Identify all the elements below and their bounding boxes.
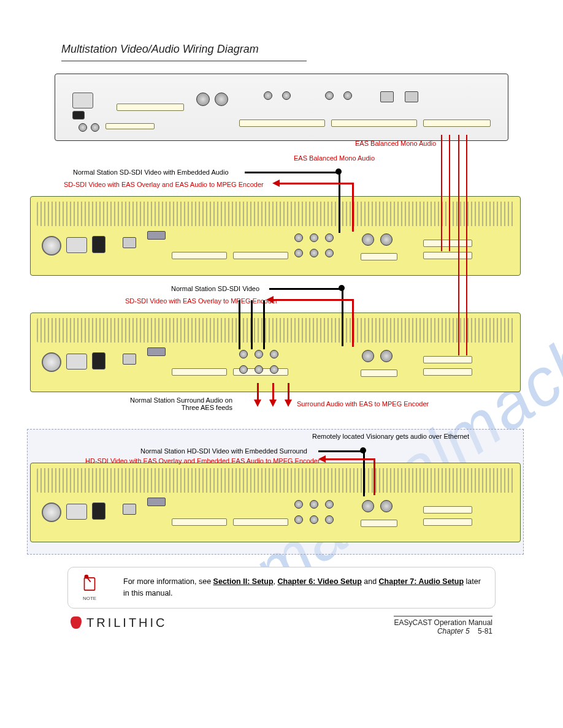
label-eas-mono-2: EAS Balanced Mono Audio xyxy=(294,154,375,162)
chapter-label: Chapter 5 xyxy=(437,627,470,635)
label-surround-eas: Surround Audio with EAS to MPEG Encoder xyxy=(297,400,429,408)
device-visionary-2 xyxy=(30,313,521,392)
label-hd-overlay: HD-SDI Video with EAS Overlay and Embedd… xyxy=(85,457,320,464)
note-icon: NOTE xyxy=(79,574,100,601)
label-normal-sd-embedded: Normal Station SD-SDI Video with Embedde… xyxy=(73,169,229,176)
label-sd-overlay: SD-SDI Video with EAS Overlay to MPEG En… xyxy=(125,297,278,305)
label-normal-hd: Normal Station HD-SDI Video with Embedde… xyxy=(140,447,307,455)
shield-icon xyxy=(71,616,82,629)
note-frag: For more information, see xyxy=(123,577,213,586)
note-ref-chapter6: Chapter 6: Video Setup xyxy=(277,577,361,586)
label-normal-surround: Normal Station Surround Audio on Three A… xyxy=(122,396,232,411)
label-remote-title: Remotely located Visionary gets audio ov… xyxy=(312,433,469,440)
device-visionary-3 xyxy=(30,463,521,542)
note-ref-chapter7: Chapter 7: Audio Setup xyxy=(379,577,464,586)
title-underline xyxy=(61,61,307,61)
note-ref-section: Section II: Setup xyxy=(213,577,274,586)
label-eas-mono-1: EAS Balanced Mono Audio xyxy=(355,140,436,147)
wiring-diagram: manualmachine.com EAS Balanced Mono Audi… xyxy=(48,74,515,558)
device-visionary-1 xyxy=(30,196,521,276)
page-footer: TRILITHIC EASyCAST Operation Manual Chap… xyxy=(71,616,492,644)
device-top-controller xyxy=(55,74,508,141)
page-number: 5-81 xyxy=(478,627,492,635)
note-frag: and xyxy=(362,577,379,586)
brand-name: TRILITHIC xyxy=(86,616,167,630)
section-title: Multistation Video/Audio Wiring Diagram xyxy=(61,43,526,56)
label-normal-sd: Normal Station SD-SDI Video xyxy=(171,285,259,292)
note-text: For more information, see Section II: Se… xyxy=(123,576,483,599)
label-sd-overlay-audio: SD-SDI Video with EAS Overlay and EAS Au… xyxy=(64,181,264,188)
svg-rect-0 xyxy=(85,578,95,590)
manual-title: EASyCAST Operation Manual xyxy=(394,618,492,627)
note-label: NOTE xyxy=(79,596,100,601)
note-callout: NOTE For more information, see Section I… xyxy=(67,567,496,609)
